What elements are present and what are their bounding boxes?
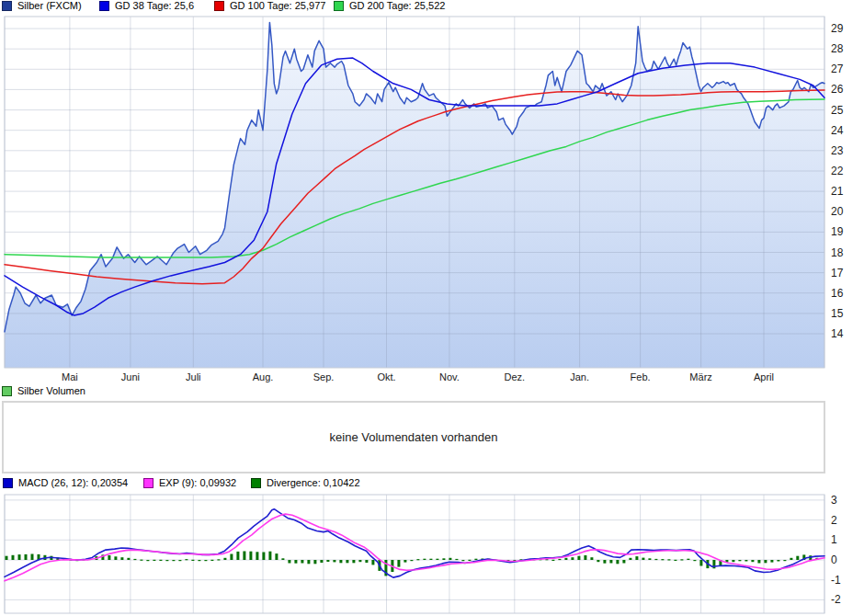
legend-color-swatch-icon — [2, 1, 12, 11]
divergence-bar — [738, 560, 741, 561]
divergence-bar — [687, 559, 689, 560]
volume-empty-message: keine Volumendaten vorhanden — [330, 430, 498, 444]
price-legend: Silber (FXCM)GD 38 Tage: 25,6GD 100 Tage… — [0, 0, 864, 13]
divergence-bar — [127, 558, 130, 560]
y-axis-price-label: 24 — [831, 124, 844, 137]
legend-item: GD 38 Tage: 25,6 — [99, 0, 194, 12]
divergence-bar — [281, 558, 284, 560]
legend-item: Divergence: 0,10422 — [251, 477, 360, 489]
x-axis-month-label: Dez. — [504, 371, 525, 382]
divergence-bar — [313, 560, 316, 564]
divergence-bar — [108, 555, 110, 560]
legend-label: Silber (FXCM) — [17, 0, 82, 12]
divergence-bar — [204, 560, 207, 561]
divergence-bar — [140, 560, 142, 561]
price-area-fill — [5, 22, 824, 368]
divergence-bar — [12, 555, 15, 560]
x-axis-month-label: Nov. — [439, 371, 460, 382]
divergence-bar — [745, 560, 747, 562]
divergence-bar — [564, 558, 567, 560]
divergence-bar — [301, 560, 303, 564]
divergence-bar — [120, 557, 123, 560]
y-axis-price-label: 19 — [831, 225, 844, 238]
legend-color-swatch-icon — [251, 478, 261, 488]
x-axis-month-label: Mai — [62, 371, 78, 382]
divergence-bar — [667, 559, 670, 560]
divergence-bar — [178, 560, 181, 561]
legend-item: Silber Volumen — [2, 385, 85, 397]
y-axis-price-label: 27 — [831, 63, 844, 75]
y-axis-price-label: 22 — [831, 165, 844, 177]
y-axis-price-label: 23 — [831, 144, 844, 157]
legend-item: GD 200 Tage: 25,522 — [334, 0, 445, 12]
y-axis-macd-label: 1 — [831, 533, 837, 546]
divergence-bar — [416, 559, 419, 560]
divergence-bar — [654, 559, 657, 560]
legend-label: GD 200 Tage: 25,522 — [349, 0, 445, 12]
divergence-bar — [146, 560, 149, 561]
divergence-bar — [198, 560, 200, 561]
y-axis-price-label: 20 — [831, 205, 844, 218]
macd-legend: MACD (26, 12): 0,20354EXP (9): 0,09932Di… — [0, 477, 864, 490]
divergence-bar — [410, 560, 413, 561]
divergence-bar — [629, 558, 631, 560]
legend-color-swatch-icon — [334, 1, 344, 11]
divergence-bar — [358, 560, 361, 562]
y-axis-macd-label: 2 — [831, 514, 837, 527]
divergence-bar — [352, 560, 355, 563]
y-axis-price-label: 17 — [831, 267, 844, 279]
divergence-bar — [648, 558, 651, 560]
y-axis-price-label: 26 — [831, 83, 844, 96]
y-axis-price-label: 21 — [831, 185, 844, 198]
divergence-bar — [468, 560, 471, 561]
divergence-bar — [25, 554, 28, 560]
y-axis-macd-label: 3 — [831, 494, 837, 507]
legend-item: EXP (9): 0,09932 — [143, 477, 236, 489]
legend-color-swatch-icon — [99, 1, 109, 11]
divergence-bar — [757, 560, 760, 564]
legend-label: GD 100 Tage: 25,977 — [230, 0, 325, 12]
divergence-bar — [333, 560, 335, 562]
divergence-bar — [429, 559, 432, 560]
legend-color-swatch-icon — [143, 478, 153, 488]
macd-line — [5, 509, 824, 577]
divergence-bar — [339, 560, 342, 563]
divergence-bar — [597, 560, 599, 562]
divergence-bar — [770, 560, 773, 563]
x-axis-month-label: Jan. — [570, 371, 589, 382]
divergence-bar — [584, 555, 586, 560]
divergence-bar — [153, 560, 155, 561]
divergence-bar — [571, 557, 574, 560]
y-axis-price-label: 25 — [831, 104, 844, 117]
y-axis-price-label: 14 — [831, 327, 844, 340]
macd-chart: 3210-1-2 — [0, 493, 864, 616]
legend-label: Silber Volumen — [17, 385, 85, 397]
divergence-bar — [442, 558, 445, 560]
y-axis-price-label: 16 — [831, 287, 844, 300]
divergence-bar — [751, 560, 754, 562]
y-axis-price-label: 18 — [831, 246, 844, 259]
legend-label: Divergence: 0,10422 — [267, 477, 360, 489]
divergence-bar — [397, 560, 400, 567]
divergence-bar — [796, 556, 799, 560]
divergence-bar — [455, 559, 458, 560]
divergence-bar — [307, 560, 310, 564]
divergence-bar — [243, 552, 245, 561]
exp-signal-line — [5, 514, 824, 581]
divergence-bar — [268, 552, 271, 560]
divergence-bar — [346, 560, 348, 563]
divergence-bar — [217, 559, 220, 560]
legend-item: MACD (26, 12): 0,20354 — [3, 477, 128, 489]
divergence-bar — [185, 559, 188, 560]
legend-item: Silber (FXCM) — [2, 0, 82, 12]
divergence-bar — [262, 553, 265, 561]
legend-label: MACD (26, 12): 0,20354 — [18, 477, 128, 489]
x-axis-month-label: Feb. — [631, 371, 651, 382]
divergence-bar — [326, 560, 329, 562]
divergence-bar — [661, 559, 664, 560]
divergence-bar — [674, 560, 676, 561]
chart-stage: Silber (FXCM)GD 38 Tage: 25,6GD 100 Tage… — [0, 0, 864, 616]
divergence-bar — [236, 552, 239, 560]
legend-color-swatch-icon — [2, 386, 12, 396]
divergence-bar — [449, 558, 451, 560]
